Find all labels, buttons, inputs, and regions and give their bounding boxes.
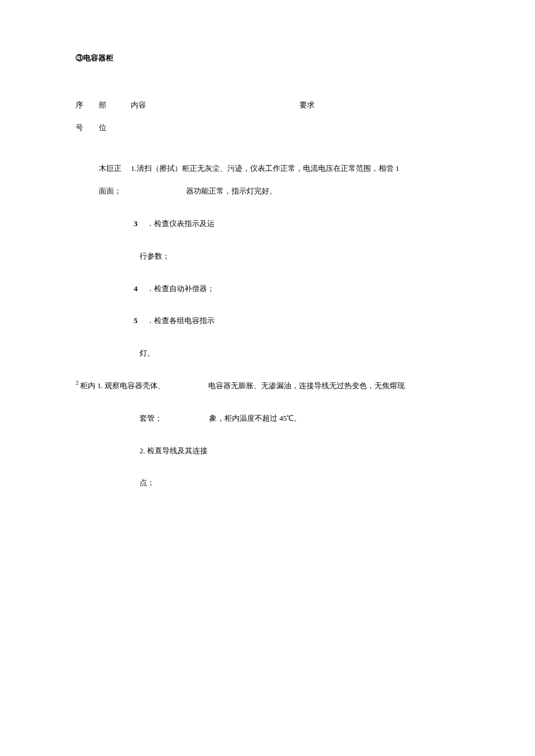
- row2-line2-left: 套管；: [76, 413, 209, 425]
- header-bu: 部: [99, 99, 131, 112]
- row1-item-5-cont: 灯。: [76, 347, 459, 360]
- header-xu: 序: [76, 99, 99, 112]
- row2-line1-right: 电容器无膨胀、无渗漏油，连接导线无过热变色，无焦熔现: [208, 380, 459, 392]
- row2-line1-left: 柜内 1. 观察电容器壳体、: [80, 380, 208, 392]
- item5-number: 5: [134, 315, 147, 327]
- item4-number: 4: [134, 283, 147, 295]
- row-2-line-2: 套管； 象，柜内温度不超过 45℃。: [76, 413, 459, 425]
- header-yaoqiu: 要求: [299, 99, 459, 112]
- document-page: ③电容器柜 序 部 内容 要求 号 位 木巨正 1.清扫（擦拭）柜正无灰尘、污迹…: [0, 0, 535, 524]
- header-hao: 号: [76, 122, 99, 134]
- row-1-line-2: 面面； 器功能正常，指示灯完好。: [76, 185, 459, 198]
- item5-text: ．检查各组电容指示: [147, 316, 215, 325]
- item3-number: 3: [134, 218, 147, 230]
- row2-line2-right: 象，柜内温度不超过 45℃。: [209, 413, 459, 425]
- table-header-row-1: 序 部 内容 要求: [76, 99, 459, 112]
- item3-text: ．检查仪表指示及运: [147, 219, 215, 228]
- section-title: ③电容器柜: [76, 52, 459, 65]
- row-2-line-1: 2 柜内 1. 观察电容器壳体、 电容器无膨胀、无渗漏油，连接导线无过热变色，无…: [76, 380, 459, 392]
- row1-prefix: 1.: [131, 164, 137, 173]
- row1-item-3: 3．检查仪表指示及运: [76, 218, 459, 230]
- row1-text-a: 清扫（擦拭）柜正无灰尘、污迹，仪表工作正常，电流电压在正常范围，相尝 1: [137, 164, 400, 173]
- row1-item-4: 4．检查自动补偿器；: [76, 283, 459, 295]
- row1-item-3-cont: 行参数；: [76, 250, 459, 263]
- item4-text: ．检查自动补偿器；: [147, 284, 215, 293]
- row-2-line-4: 点；: [76, 477, 459, 489]
- row2-seq-sup: 2: [76, 378, 80, 390]
- row1-buwei-b: 面面；: [76, 185, 186, 198]
- row-2-line-3: 2. 检直导线及其连接: [76, 445, 459, 457]
- row-1-line-1: 木巨正 1.清扫（擦拭）柜正无灰尘、污迹，仪表工作正常，电流电压在正常范围，相尝…: [76, 163, 459, 175]
- header-wei: 位: [99, 122, 131, 134]
- header-neirong: 内容: [131, 99, 299, 112]
- row1-item-5: 5．检查各组电容指示: [76, 315, 459, 327]
- row1-content-a: 1.清扫（擦拭）柜正无灰尘、污迹，仪表工作正常，电流电压在正常范围，相尝 1: [131, 163, 459, 175]
- row1-buwei-a: 木巨正: [76, 163, 131, 175]
- row1-requirement-b: 器功能正常，指示灯完好。: [186, 185, 459, 198]
- table-header-row-2: 号 位: [76, 122, 459, 134]
